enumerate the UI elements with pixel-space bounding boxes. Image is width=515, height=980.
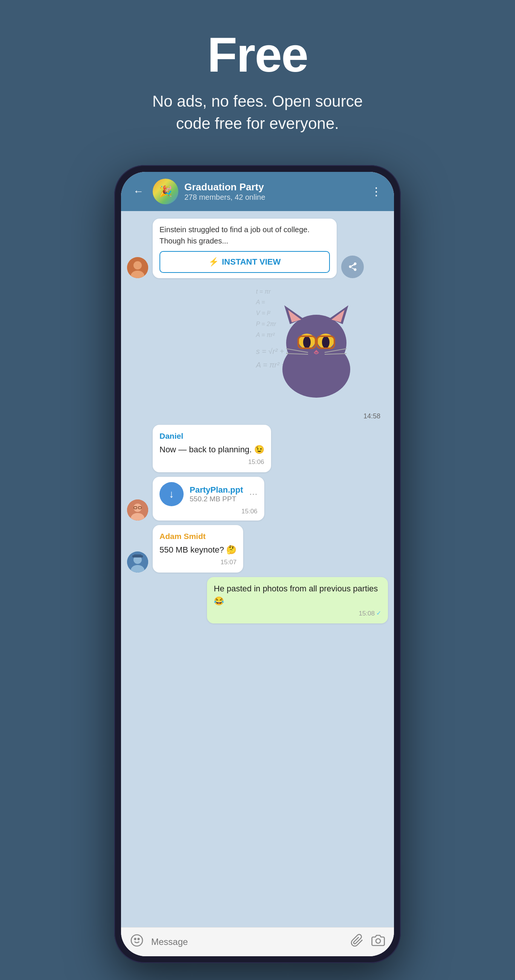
bubble-text-own: He pasted in photos from all previous pa… — [214, 582, 381, 607]
hero-subtitle: No ads, no fees. Open sourcecode free fo… — [152, 91, 363, 135]
bubble-sender-daniel: Daniel — [159, 430, 264, 442]
input-bar — [121, 927, 394, 956]
svg-point-22 — [134, 504, 142, 512]
chat-info: Graduation Party 278 members, 42 online — [184, 181, 362, 202]
bubble-time-adam: 15:07 — [159, 557, 236, 567]
sticker-area: t = πr A = V = l² P = 2πr A = πr² s = √r… — [252, 283, 388, 420]
message-row-link: Einstein struggled to find a job out of … — [127, 219, 388, 278]
file-name: PartyPlan.ppt — [190, 485, 243, 495]
phone-mockup: ← 🎉 Graduation Party 278 members, 42 onl… — [114, 165, 401, 963]
back-button[interactable]: ← — [130, 184, 147, 199]
svg-point-11 — [303, 336, 311, 348]
message-row-daniel: Daniel Now — back to planning. 😉 15:06 — [127, 425, 388, 472]
share-button[interactable] — [341, 256, 364, 278]
bubble-own: He pasted in photos from all previous pa… — [207, 577, 388, 624]
message-input[interactable] — [151, 937, 343, 947]
file-bubble: ↓ PartyPlan.ppt 550.2 MB PPT ⋯ 15:06 — [153, 477, 264, 520]
file-size: 550.2 MB PPT — [190, 495, 243, 503]
bubble-time-own: 15:08 ✓ — [214, 609, 381, 619]
bolt-icon: ⚡ — [209, 257, 218, 267]
chat-header: ← 🎉 Graduation Party 278 members, 42 onl… — [121, 172, 394, 211]
bubble-sender-adam: Adam Smidt — [159, 530, 236, 542]
file-more-button[interactable]: ⋯ — [249, 489, 257, 499]
avatar-user1 — [127, 257, 148, 278]
svg-point-12 — [322, 336, 330, 348]
file-info: PartyPlan.ppt 550.2 MB PPT — [190, 485, 243, 503]
chat-name: Graduation Party — [184, 181, 362, 193]
svg-point-34 — [376, 939, 380, 943]
instant-view-label: INSTANT VIEW — [222, 257, 281, 267]
sticker-time: 14:58 — [364, 412, 380, 420]
file-download-icon[interactable]: ↓ — [159, 482, 183, 506]
attach-icon[interactable] — [350, 934, 364, 950]
message-row-file: ↓ PartyPlan.ppt 550.2 MB PPT ⋯ 15:06 — [127, 477, 388, 520]
hero-section: Free No ads, no fees. Open sourcecode fr… — [137, 0, 378, 158]
file-row: ↓ PartyPlan.ppt 550.2 MB PPT ⋯ — [159, 482, 257, 506]
bubble-daniel: Daniel Now — back to planning. 😉 15:06 — [153, 425, 271, 472]
phone-inner: ← 🎉 Graduation Party 278 members, 42 onl… — [121, 172, 394, 956]
svg-point-33 — [138, 938, 139, 940]
phone-outer: ← 🎉 Graduation Party 278 members, 42 onl… — [114, 165, 401, 963]
camera-icon[interactable] — [372, 934, 385, 950]
sticker-box: t = πr A = V = l² P = 2πr A = πr² s = √r… — [252, 283, 380, 411]
avatar-user3 — [127, 500, 148, 520]
bubble-adam: Adam Smidt 550 MB keynote? 🤔 15:07 — [153, 525, 243, 573]
message-row-sticker: t = πr A = V = l² P = 2πr A = πr² s = √r… — [127, 283, 388, 420]
message-row-own: He pasted in photos from all previous pa… — [127, 577, 388, 624]
avatar-adam — [127, 551, 148, 573]
chat-status: 278 members, 42 online — [184, 193, 362, 202]
svg-rect-30 — [134, 554, 141, 557]
link-bubble: Einstein struggled to find a job out of … — [153, 219, 337, 278]
link-preview-container: Einstein struggled to find a job out of … — [153, 219, 364, 278]
bubble-text-daniel: Now — back to planning. 😉 — [159, 443, 264, 456]
svg-point-32 — [135, 938, 136, 940]
chat-body: Einstein struggled to find a job out of … — [121, 211, 394, 927]
instant-view-button[interactable]: ⚡ INSTANT VIEW — [159, 251, 330, 273]
bubble-text-adam: 550 MB keynote? 🤔 — [159, 544, 236, 556]
cat-sticker — [252, 283, 380, 411]
svg-point-31 — [131, 935, 142, 946]
chat-avatar: 🎉 — [153, 179, 178, 204]
more-button[interactable]: ⋮ — [368, 183, 385, 199]
file-time: 15:06 — [159, 508, 257, 515]
bubble-time-daniel: 15:06 — [159, 457, 264, 467]
hero-title: Free — [152, 30, 363, 79]
link-preview-text: Einstein struggled to find a job out of … — [159, 224, 330, 247]
emoji-icon[interactable] — [130, 934, 143, 950]
message-row-adam: Adam Smidt 550 MB keynote? 🤔 15:07 — [127, 525, 388, 573]
svg-point-1 — [134, 261, 142, 269]
